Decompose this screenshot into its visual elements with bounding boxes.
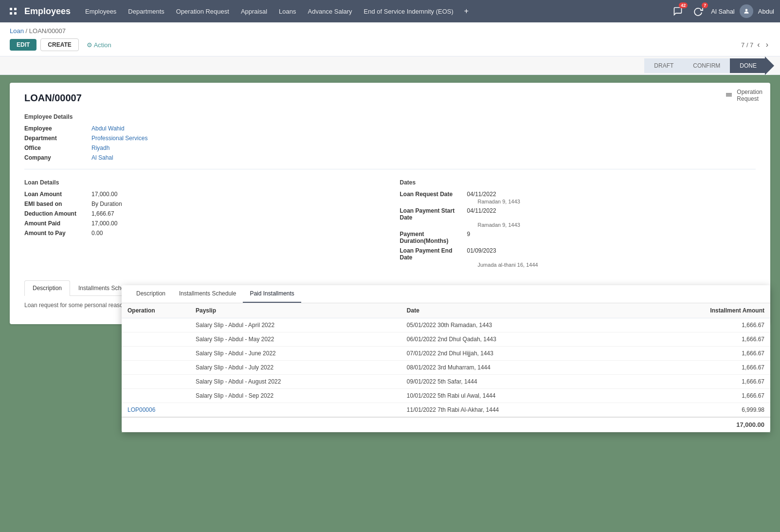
employee-value[interactable]: Abdul Wahid bbox=[91, 125, 125, 132]
action-dropdown[interactable]: ⚙ Action bbox=[87, 41, 111, 49]
emi-row: EMI based on By Duration bbox=[24, 201, 381, 207]
total-label bbox=[122, 417, 190, 432]
breadcrumb-parent[interactable]: Loan bbox=[10, 27, 24, 35]
cell-operation[interactable]: LOP00006 bbox=[122, 403, 190, 418]
cell-date: 09/01/2022 5th Safar, 1444 bbox=[401, 375, 627, 389]
office-label: Office bbox=[24, 145, 88, 151]
cell-operation bbox=[122, 375, 190, 389]
breadcrumb: Loan / LOAN/00007 bbox=[10, 27, 770, 35]
cell-payslip bbox=[190, 403, 401, 418]
add-menu-button[interactable]: + bbox=[460, 5, 472, 18]
employee-field-row: Employee Abdul Wahid bbox=[24, 125, 756, 132]
table-total-row: 17,000.00 bbox=[122, 417, 770, 432]
total-spacer bbox=[190, 417, 401, 432]
paid-installments-table-card: Description Installments Schedule Paid I… bbox=[122, 285, 770, 432]
status-confirm[interactable]: CONFIRM bbox=[683, 58, 730, 73]
cell-operation bbox=[122, 389, 190, 403]
cell-operation bbox=[122, 318, 190, 332]
loan-request-date-hijri: Ramadan 9, 1443 bbox=[478, 199, 756, 204]
table-row: Salary Slip - Abdul - August 2022 09/01/… bbox=[122, 375, 770, 389]
cell-amount: 1,666.67 bbox=[627, 361, 770, 375]
cell-amount: 6,999.98 bbox=[627, 403, 770, 418]
company-label: Company bbox=[24, 154, 88, 161]
cell-amount: 1,666.67 bbox=[627, 347, 770, 361]
amount-to-pay-value: 0.00 bbox=[91, 230, 103, 237]
cell-date: 08/01/2022 3rd Muharram, 1444 bbox=[401, 361, 627, 375]
svg-point-4 bbox=[745, 9, 747, 11]
edit-button[interactable]: EDIT bbox=[10, 39, 36, 51]
table-tab-paid-installments[interactable]: Paid Installments bbox=[243, 285, 301, 303]
table-tab-installments-schedule[interactable]: Installments Schedule bbox=[172, 285, 243, 303]
chat-badge: 42 bbox=[679, 2, 688, 8]
nav-appraisal[interactable]: Appraisal bbox=[236, 5, 272, 18]
table-row: Salary Slip - Abdul - Sep 2022 10/01/202… bbox=[122, 389, 770, 403]
cell-date: 06/01/2022 2nd Dhul Qadah, 1443 bbox=[401, 332, 627, 347]
prev-record-button[interactable]: ‹ bbox=[755, 39, 762, 50]
loan-amount-label: Loan Amount bbox=[24, 191, 88, 198]
cell-payslip: Salary Slip - Abdul - June 2022 bbox=[190, 347, 401, 361]
paid-installments-table: Operation Payslip Date Installment Amoun… bbox=[122, 303, 770, 432]
loan-payment-start-value: 04/11/2022 bbox=[467, 207, 496, 214]
nav-operation-request[interactable]: Operation Request bbox=[171, 5, 234, 18]
operation-request-label: OperationRequest bbox=[737, 89, 762, 102]
grid-icon[interactable] bbox=[6, 4, 20, 18]
loan-dates-grid: Loan Details Loan Amount 17,000.00 EMI b… bbox=[24, 177, 756, 271]
svg-rect-0 bbox=[10, 8, 12, 10]
department-field-row: Department Professional Services bbox=[24, 135, 756, 142]
svg-rect-2 bbox=[10, 12, 12, 15]
office-field-row: Office Riyadh bbox=[24, 145, 756, 151]
nav-advance-salary[interactable]: Advance Salary bbox=[303, 5, 357, 18]
user-avatar[interactable] bbox=[740, 4, 753, 18]
table-row: Salary Slip - Abdul - July 2022 08/01/20… bbox=[122, 361, 770, 375]
table-row: Salary Slip - Abdul - May 2022 06/01/202… bbox=[122, 332, 770, 347]
dates-section: Dates Loan Request Date 04/11/2022 Ramad… bbox=[400, 177, 756, 271]
payment-duration-label: PaymentDuration(Months) bbox=[400, 231, 463, 244]
loan-payment-start-hijri: Ramadan 9, 1443 bbox=[478, 222, 756, 228]
operation-request-button[interactable]: OperationRequest bbox=[725, 89, 762, 102]
company-value[interactable]: Al Sahal bbox=[91, 154, 113, 161]
main-content: OperationRequest LOAN/00007 Employee Det… bbox=[0, 75, 780, 440]
payment-duration-value: 9 bbox=[467, 231, 471, 238]
loan-request-date-row: Loan Request Date 04/11/2022 bbox=[400, 191, 756, 198]
col-payslip: Payslip bbox=[190, 303, 401, 318]
tab-description[interactable]: Description bbox=[24, 280, 70, 296]
table-tabs: Description Installments Schedule Paid I… bbox=[122, 285, 770, 303]
cell-payslip: Salary Slip - Abdul - April 2022 bbox=[190, 318, 401, 332]
amount-to-pay-row: Amount to Pay 0.00 bbox=[24, 230, 381, 237]
employee-label: Employee bbox=[24, 125, 88, 132]
chat-icon-button[interactable]: 42 bbox=[670, 3, 686, 19]
table-row: Salary Slip - Abdul - June 2022 07/01/20… bbox=[122, 347, 770, 361]
subheader-actions: EDIT CREATE ⚙ Action 7 / 7 ‹ › bbox=[10, 38, 770, 56]
nav-loans[interactable]: Loans bbox=[274, 5, 301, 18]
loan-payment-start-label: Loan Payment StartDate bbox=[400, 207, 463, 221]
amount-paid-label: Amount Paid bbox=[24, 220, 88, 227]
nav-eos[interactable]: End of Service Indemnity (EOS) bbox=[359, 5, 458, 18]
office-value[interactable]: Riyadh bbox=[91, 145, 109, 151]
company-name: Al Sahal bbox=[711, 8, 734, 15]
col-operation: Operation bbox=[122, 303, 190, 318]
app-brand: Employees bbox=[24, 6, 71, 17]
loan-request-date-value: 04/11/2022 bbox=[467, 191, 496, 198]
next-record-button[interactable]: › bbox=[764, 39, 770, 50]
col-date: Date bbox=[401, 303, 627, 318]
cell-date: 07/01/2022 2nd Dhul Hijjah, 1443 bbox=[401, 347, 627, 361]
emi-value: By Duration bbox=[91, 201, 122, 207]
table-tab-description[interactable]: Description bbox=[129, 285, 172, 303]
topnav-right: 42 7 Al Sahal Abdul bbox=[670, 3, 774, 19]
record-position: 7 / 7 bbox=[741, 41, 753, 49]
nav-departments[interactable]: Departments bbox=[123, 5, 169, 18]
emi-label: EMI based on bbox=[24, 201, 88, 207]
cell-date: 10/01/2022 5th Rabi ul Awal, 1444 bbox=[401, 389, 627, 403]
loan-id: LOAN/00007 bbox=[24, 92, 756, 104]
nav-employees[interactable]: Employees bbox=[80, 5, 121, 18]
cell-payslip: Salary Slip - Abdul - Sep 2022 bbox=[190, 389, 401, 403]
loan-payment-end-row: Loan Payment EndDate 01/09/2023 bbox=[400, 247, 756, 261]
loan-amount-row: Loan Amount 17,000.00 bbox=[24, 191, 381, 198]
table-row: LOP00006 11/01/2022 7th Rabi Al-Akhar, 1… bbox=[122, 403, 770, 418]
status-draft[interactable]: DRAFT bbox=[644, 58, 683, 73]
create-button[interactable]: CREATE bbox=[40, 38, 78, 51]
status-done[interactable]: DONE bbox=[730, 58, 766, 73]
cell-payslip: Salary Slip - Abdul - August 2022 bbox=[190, 375, 401, 389]
department-value[interactable]: Professional Services bbox=[91, 135, 147, 142]
activity-icon-button[interactable]: 7 bbox=[690, 3, 706, 19]
